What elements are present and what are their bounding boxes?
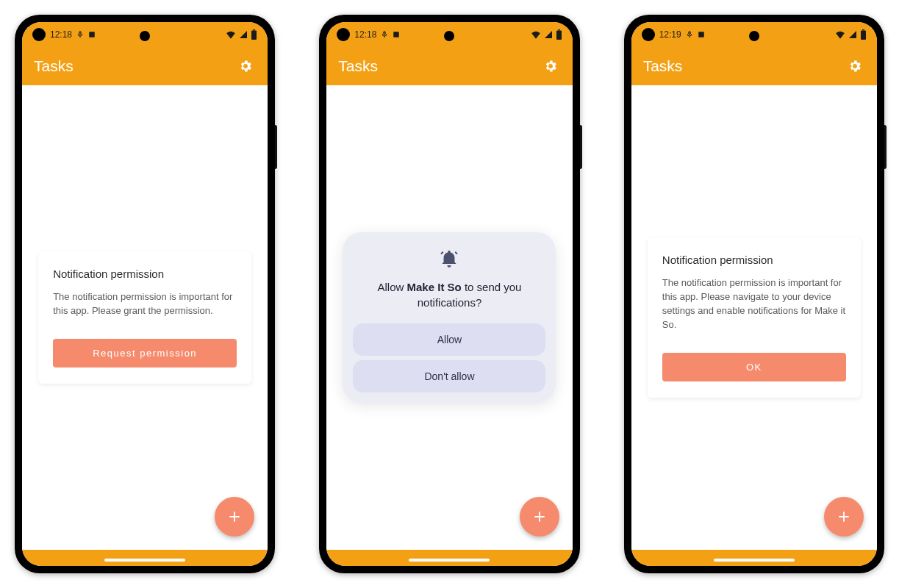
content-area: Allow Make It So to send you notificatio… (326, 85, 572, 550)
nav-handle[interactable] (714, 559, 795, 562)
signal-icon (848, 30, 857, 39)
system-permission-dialog: Allow Make It So to send you notificatio… (343, 232, 556, 403)
svg-rect-1 (89, 32, 95, 37)
gear-icon (238, 59, 253, 74)
square-icon (88, 31, 96, 38)
plus-icon (837, 509, 851, 524)
square-icon (393, 31, 400, 38)
plus-icon (227, 509, 242, 524)
mic-icon (686, 31, 693, 38)
svg-rect-10 (861, 30, 866, 40)
bell-icon (439, 248, 459, 269)
app-bar: Tasks (326, 47, 572, 85)
ok-button[interactable]: OK (662, 353, 846, 381)
svg-rect-7 (558, 29, 560, 30)
svg-rect-3 (253, 29, 255, 30)
square-icon (698, 31, 705, 38)
phone-frame-2: 12:18 Tasks (319, 15, 579, 573)
fab-add-button[interactable] (520, 497, 559, 537)
allow-button[interactable]: Allow (353, 323, 545, 356)
battery-icon (251, 29, 257, 40)
permission-card-body: The notification permission is important… (662, 276, 846, 331)
camera-hole (444, 31, 454, 41)
svg-rect-9 (698, 32, 704, 37)
svg-rect-5 (394, 32, 400, 37)
fab-add-button[interactable] (824, 497, 864, 537)
app-bar: Tasks (631, 47, 877, 85)
content-area: Notification permission The notification… (631, 85, 877, 550)
settings-button[interactable] (540, 56, 561, 76)
status-time: 12:19 (659, 29, 681, 40)
camera-hole (140, 31, 150, 41)
settings-button[interactable] (845, 56, 865, 76)
dialog-app-name: Make It So (407, 281, 462, 293)
svg-rect-2 (251, 30, 257, 40)
phone-screen: 12:18 Tasks (326, 22, 572, 566)
permission-card: Notification permission The notification… (648, 237, 861, 397)
content-area: Notification permission The notification… (22, 85, 268, 550)
wifi-icon (835, 30, 845, 39)
permission-card-title: Notification permission (662, 254, 846, 266)
app-bar: Tasks (22, 47, 268, 85)
signal-icon (544, 30, 553, 39)
nav-handle[interactable] (409, 559, 490, 562)
battery-icon (860, 29, 867, 40)
gear-icon (543, 59, 558, 74)
phone-frame-1: 12:18 Tasks (15, 15, 275, 573)
status-time: 12:18 (354, 29, 376, 40)
signal-icon (239, 30, 248, 39)
camera-hole (749, 31, 759, 41)
permission-card-body: The notification permission is important… (53, 290, 237, 318)
app-title: Tasks (338, 57, 378, 75)
fab-add-button[interactable] (215, 497, 254, 537)
svg-rect-6 (556, 30, 562, 40)
wifi-icon (226, 30, 236, 39)
request-permission-button[interactable]: Request permission (53, 339, 237, 368)
svg-rect-11 (862, 29, 864, 30)
phone-frame-3: 12:19 Tasks (624, 15, 884, 573)
app-title: Tasks (34, 57, 74, 75)
battery-icon (556, 29, 562, 40)
phone-screen: 12:18 Tasks (22, 22, 268, 566)
permission-card: Notification permission The notification… (38, 251, 251, 384)
dont-allow-button[interactable]: Don't allow (353, 360, 545, 392)
status-time: 12:18 (50, 29, 72, 40)
nav-handle[interactable] (104, 559, 185, 562)
app-title: Tasks (643, 57, 683, 75)
nav-bar (631, 550, 877, 566)
status-left-dot (642, 28, 655, 41)
wifi-icon (531, 30, 541, 39)
dialog-message: Allow Make It So to send you notificatio… (353, 279, 545, 310)
status-left-dot (337, 28, 350, 41)
dialog-prefix: Allow (378, 281, 407, 293)
status-left-dot (32, 28, 46, 41)
nav-bar (22, 550, 268, 566)
mic-icon (76, 31, 84, 38)
mic-icon (381, 31, 388, 38)
nav-bar (326, 550, 572, 566)
plus-icon (532, 509, 547, 524)
settings-button[interactable] (235, 56, 256, 76)
gear-icon (848, 59, 862, 74)
permission-card-title: Notification permission (53, 268, 237, 280)
phone-screen: 12:19 Tasks (631, 22, 877, 566)
